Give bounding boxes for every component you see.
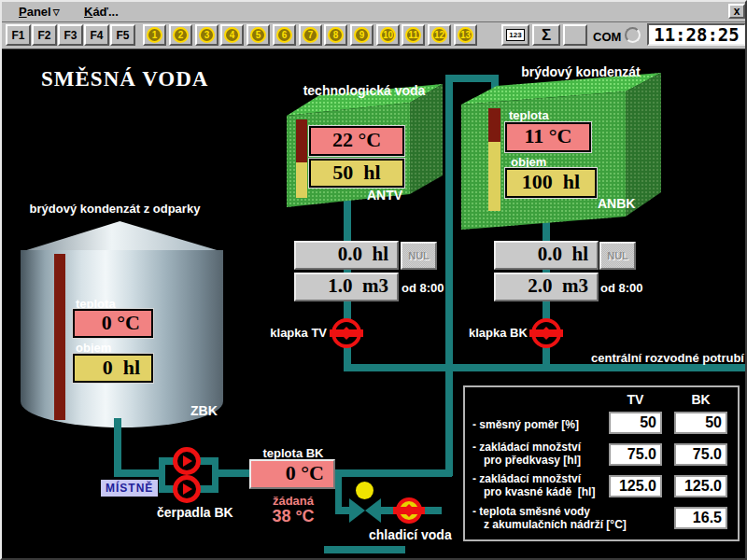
ratio-tv-value[interactable]: 50 — [609, 412, 662, 434]
valve-bk-label: klapka BK — [469, 326, 527, 340]
ratio-bk-value[interactable]: 50 — [674, 412, 727, 434]
menu-kad[interactable]: Káď... — [84, 5, 119, 19]
central-pipe-label: centrální rozvodné potrubí — [585, 351, 744, 365]
tank-3-icon: 3 — [199, 27, 215, 43]
anbk-level-upper — [488, 108, 500, 142]
tank-zbk-cone — [21, 219, 223, 252]
tank-9-icon: 9 — [354, 27, 370, 43]
meter-tv-reset-button[interactable]: NUL — [401, 242, 437, 270]
close-button[interactable]: x — [728, 4, 745, 19]
anbk-level-lower — [488, 142, 500, 211]
anbk-code: ANBK — [598, 196, 635, 211]
f1-button[interactable]: F1 — [6, 24, 31, 46]
row-predkvas-label-2: pro předkvasy [hl] — [484, 454, 581, 467]
tank-button-5[interactable]: 5 — [247, 24, 270, 46]
blank-button[interactable] — [563, 24, 587, 46]
row-kvasne-label-2: pro kvasné kádě [hl] — [484, 485, 595, 498]
local-mode-badge: MÍSTNĚ — [101, 480, 158, 497]
tank-button-12[interactable]: 12 — [428, 24, 451, 46]
f4-button[interactable]: F4 — [84, 24, 109, 46]
zbk-code: ZBK — [190, 403, 218, 418]
meter-tv-since: od 8:00 — [402, 281, 444, 295]
close-icon: x — [734, 5, 740, 18]
meter-tv-total: 1.0 m3 — [294, 273, 399, 301]
meter-bk-flow: 0.0 hl — [494, 241, 599, 270]
row-mixtemp-label-2: z akumulačních nádrží [°C] — [484, 518, 627, 531]
anbk-temp-label: teplota — [509, 108, 549, 122]
antv-title: technologická voda — [282, 83, 446, 98]
tank-button-3[interactable]: 3 — [195, 24, 218, 46]
sum-button[interactable]: Σ — [532, 24, 560, 46]
row-ratio-label: - směsný poměr [%] — [472, 418, 579, 431]
setpoint-table: TV BK - směsný poměr [%] 50 50 - zakláda… — [463, 385, 740, 541]
meter-bk-total: 2.0 m3 — [494, 273, 599, 301]
desired-temp-label: žádaná — [267, 494, 319, 508]
valve-tv-label: klapka TV — [269, 326, 327, 340]
zbk-title: brýdový kondenzát z odparky — [28, 202, 202, 216]
kvasne-bk-value[interactable]: 125.0 — [674, 475, 727, 497]
calc-icon: 123 — [506, 29, 524, 41]
meter-bk-reset-button[interactable]: NUL — [599, 242, 636, 270]
tank-7-icon: 7 — [303, 27, 318, 43]
tank-button-2[interactable]: 2 — [169, 24, 192, 46]
tank-button-1[interactable]: 1 — [143, 24, 166, 46]
f2-button[interactable]: F2 — [32, 24, 57, 46]
pipe-zbk-out-horiz — [114, 469, 162, 477]
numeric-panel-button[interactable]: 123 — [501, 24, 529, 46]
meter-bk-since: od 8:00 — [600, 281, 643, 295]
cooling-valve-icon[interactable] — [393, 495, 425, 526]
desired-temp-value: 38 °C — [265, 507, 321, 526]
anbk-volume-label: objem — [511, 155, 546, 169]
anbk-title: brýdový kondenzát — [506, 64, 655, 79]
scada-window: Panel▽ Káď... x F1 F2 F3 F4 F5 1 2 3 4 5… — [0, 0, 747, 560]
tank-button-4[interactable]: 4 — [220, 24, 244, 46]
predkvas-tv-value[interactable]: 75.0 — [609, 443, 662, 466]
tank-button-8[interactable]: 8 — [324, 24, 347, 46]
row-mixtemp-label-1: - teplota směsné vody — [472, 505, 590, 518]
zbk-volume-display: 0 hl — [73, 354, 153, 383]
tank-button-9[interactable]: 9 — [350, 24, 374, 46]
tank-button-13[interactable]: 13 — [454, 24, 477, 46]
tank-8-icon: 8 — [328, 27, 344, 43]
tank-button-6[interactable]: 6 — [273, 24, 296, 46]
antv-code: ANTV — [367, 188, 402, 203]
tank-button-7[interactable]: 7 — [299, 24, 322, 46]
antv-volume-display: 50 hl — [309, 159, 404, 188]
com-indicator-light — [625, 27, 641, 43]
antv-temp-display: 22 °C — [309, 126, 404, 156]
f5-button[interactable]: F5 — [110, 24, 135, 46]
tank-4-icon: 4 — [224, 27, 240, 43]
pipe-pump-exit — [218, 469, 251, 477]
pipe-riser — [445, 75, 453, 476]
cooling-butterfly-valve-icon[interactable] — [349, 482, 382, 523]
cooling-water-label: chladicí voda — [369, 527, 452, 542]
tank-button-10[interactable]: 10 — [376, 24, 400, 46]
pipe-pump-manifold-left — [159, 457, 165, 493]
tank-10-icon: 10 — [380, 27, 396, 43]
pump-bk-2-icon[interactable] — [173, 475, 201, 503]
tank-button-11[interactable]: 11 — [402, 24, 425, 46]
zbk-volume-label: objem — [76, 341, 111, 355]
temp-bk-display: 0 °C — [249, 459, 335, 489]
pumps-label: čerpadla BK — [157, 505, 233, 520]
tank-5-icon: 5 — [250, 27, 266, 43]
kvasne-tv-value[interactable]: 125.0 — [609, 475, 662, 497]
predkvas-bk-value[interactable]: 75.0 — [674, 443, 727, 466]
pipe-central — [344, 364, 745, 371]
tank-6-icon: 6 — [276, 27, 292, 43]
pump-bk-1-icon[interactable] — [173, 447, 201, 475]
pipe-zbk-out-vert — [114, 418, 121, 477]
f3-button[interactable]: F3 — [58, 24, 83, 46]
valve-tv-icon[interactable] — [330, 316, 363, 350]
page-title: SMĚSNÁ VODA — [41, 67, 208, 91]
tank-12-icon: 12 — [431, 27, 447, 43]
zbk-temp-display: 0 °C — [73, 309, 153, 338]
pipe-cooling-supply — [324, 546, 405, 553]
tank-2-icon: 2 — [173, 27, 189, 43]
valve-bk-icon[interactable] — [529, 316, 563, 350]
menu-panel[interactable]: Panel▽ — [19, 5, 60, 19]
mixtemp-bk-value[interactable]: 16.5 — [674, 507, 727, 529]
menu-kad-label: K — [84, 5, 92, 19]
menu-bar: Panel▽ Káď... x — [2, 2, 745, 22]
clock: 11:28:25 — [647, 23, 746, 46]
